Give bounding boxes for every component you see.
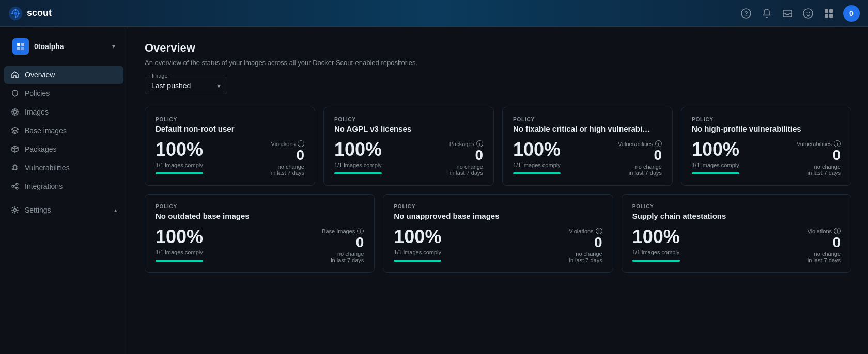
info-icon-2: i: [476, 140, 483, 147]
policies-label: Policies: [25, 89, 50, 98]
metric-value-2: 0: [475, 148, 483, 163]
integrations-label: Integrations: [25, 182, 63, 190]
grid-icon[interactable]: [823, 7, 835, 20]
progress-bar-bg-6: [394, 260, 441, 262]
image-filter-label: Image: [150, 73, 170, 79]
settings-left: Settings: [10, 205, 51, 215]
policy-card-no-fixable[interactable]: POLICY No fixable critical or high vulne…: [502, 107, 673, 186]
policy-name-5: No outdated base images: [156, 212, 364, 220]
cards-row-1: POLICY Default non-root user 100% 1/1 im…: [145, 107, 851, 186]
image-icon: [10, 107, 20, 117]
main-layout: 0toalpha ▾ Overview Policies: [0, 27, 868, 354]
change-text-6: no change in last 7 days: [569, 251, 602, 263]
image-filter-value: Last pushed: [151, 82, 191, 90]
content-area: Overview An overview of the status of yo…: [128, 27, 868, 354]
bell-icon[interactable]: [761, 7, 773, 20]
policy-name-2: No AGPL v3 licenses: [334, 124, 483, 133]
topbar-right: ?: [740, 5, 860, 22]
vulnerabilities-label: Vulnerabilities: [25, 164, 70, 172]
sidebar-item-settings[interactable]: Settings ▴: [4, 201, 123, 219]
help-icon[interactable]: ?: [740, 7, 752, 20]
info-icon-6: i: [596, 228, 602, 234]
images-comply-5: 1/1 images comply: [156, 249, 203, 255]
progress-bar-fill-5: [156, 260, 203, 262]
svg-rect-8: [825, 9, 828, 13]
policy-card-default-non-root[interactable]: POLICY Default non-root user 100% 1/1 im…: [145, 107, 315, 186]
org-selector[interactable]: 0toalpha ▾: [4, 33, 123, 60]
base-images-label: Base images: [25, 126, 67, 135]
topbar: scout ?: [0, 0, 868, 27]
image-filter-dropdown[interactable]: Last pushed ▾: [145, 77, 227, 94]
sidebar-item-vulnerabilities[interactable]: Vulnerabilities: [4, 159, 123, 176]
svg-text:?: ?: [744, 10, 748, 17]
gear-icon: [10, 205, 20, 215]
progress-bar-bg-1: [156, 172, 203, 174]
svg-rect-13: [21, 43, 24, 46]
metric-right-3: Vulnerabilities i 0 no change in last 7 …: [618, 140, 662, 176]
svg-point-21: [16, 187, 18, 189]
policy-name-7: Supply chain attestations: [632, 212, 841, 220]
change-text-3: no change in last 7 days: [629, 164, 662, 176]
logo-text: scout: [27, 8, 52, 19]
svg-rect-12: [17, 43, 20, 46]
svg-point-16: [13, 110, 17, 114]
percent-7: 100%: [632, 228, 680, 246]
sidebar-item-integrations[interactable]: Integrations: [4, 178, 123, 195]
images-comply-2: 1/1 images comply: [334, 162, 382, 168]
card-metrics-2: 100% 1/1 images comply Packages i 0: [334, 140, 483, 176]
info-icon-4: i: [834, 140, 841, 147]
percent-3: 100%: [513, 140, 561, 159]
metric-label-5: Base Images i: [322, 228, 364, 234]
svg-point-6: [807, 12, 808, 13]
metric-right-5: Base Images i 0 no change in last 7 days: [322, 228, 364, 263]
sidebar-item-images[interactable]: Images: [4, 103, 123, 121]
settings-chevron-icon: ▴: [114, 207, 117, 214]
info-icon-5: i: [357, 228, 364, 234]
images-label: Images: [25, 108, 49, 116]
policy-label-5: POLICY: [156, 204, 364, 210]
svg-rect-14: [17, 47, 20, 50]
info-icon-7: i: [834, 228, 841, 234]
svg-point-22: [14, 209, 17, 212]
policy-card-no-agpl[interactable]: POLICY No AGPL v3 licenses 100% 1/1 imag…: [323, 107, 494, 186]
policy-label-4: POLICY: [692, 117, 841, 122]
org-icon: [12, 38, 29, 55]
policy-card-no-outdated-base[interactable]: POLICY No outdated base images 100% 1/1 …: [145, 194, 375, 273]
page-subtitle: An overview of the status of your images…: [145, 59, 851, 67]
progress-bar-fill-3: [513, 172, 561, 174]
layers-icon: [10, 126, 20, 135]
svg-rect-9: [829, 9, 833, 13]
percent-2: 100%: [334, 140, 382, 159]
dropdown-chevron-icon: ▾: [217, 82, 221, 90]
face-icon[interactable]: [802, 7, 814, 20]
metric-right-7: Violations i 0 no change in last 7 days: [808, 228, 841, 263]
org-name: 0toalpha: [34, 42, 107, 51]
change-text-1: no change in last 7 days: [271, 164, 304, 176]
change-text-2: no change in last 7 days: [450, 164, 483, 176]
sidebar-item-packages[interactable]: Packages: [4, 140, 123, 158]
card-metrics-6: 100% 1/1 images comply Violations i 0: [394, 228, 602, 263]
images-comply-1: 1/1 images comply: [156, 162, 203, 168]
policy-card-no-high-profile[interactable]: POLICY No high-profile vulnerabilities 1…: [681, 107, 851, 186]
policy-label-1: POLICY: [156, 117, 304, 122]
change-text-5: no change in last 7 days: [331, 251, 364, 263]
svg-point-19: [12, 185, 14, 187]
sidebar-item-overview[interactable]: Overview: [4, 66, 123, 84]
change-text-4: no change in last 7 days: [808, 164, 841, 176]
policy-name-4: No high-profile vulnerabilities: [692, 124, 841, 133]
user-avatar[interactable]: 0: [843, 5, 860, 22]
shield-icon: [10, 89, 20, 98]
policy-card-no-unapproved[interactable]: POLICY No unapproved base images 100% 1/…: [383, 194, 613, 273]
policy-card-supply-chain[interactable]: POLICY Supply chain attestations 100% 1/…: [622, 194, 851, 273]
page-title: Overview: [145, 41, 851, 55]
inbox-icon[interactable]: [781, 7, 794, 20]
sidebar-item-policies[interactable]: Policies: [4, 85, 123, 102]
policy-label-7: POLICY: [632, 204, 841, 210]
metric-value-4: 0: [832, 148, 841, 163]
percent-5: 100%: [156, 228, 203, 246]
percent-6: 100%: [394, 228, 441, 246]
bug-icon: [10, 163, 20, 172]
sidebar-item-base-images[interactable]: Base images: [4, 122, 123, 139]
packages-label: Packages: [25, 145, 56, 153]
images-comply-7: 1/1 images comply: [632, 249, 680, 255]
